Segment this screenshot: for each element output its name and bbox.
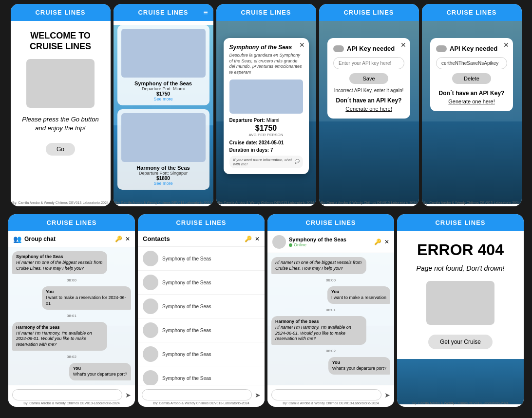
phone-cruise-list: CRUISE LINES ≡ Symphony of the Seas Depa… bbox=[114, 4, 213, 206]
contact-avatar-4 bbox=[143, 322, 158, 338]
card2-see-more[interactable]: See more bbox=[121, 181, 206, 186]
footer-credit: By: Camila Arrobo & Wendy Chilmos DEV013… bbox=[11, 201, 111, 204]
dc-key-icon[interactable]: 🔑 bbox=[374, 239, 381, 245]
chat-input-field[interactable] bbox=[12, 389, 122, 400]
user-text-1: I want to make a reservation for 2024-06… bbox=[46, 295, 127, 306]
modal-close-button[interactable]: ✕ bbox=[299, 41, 305, 49]
card2-title: Harmony of the Seas bbox=[121, 165, 206, 171]
api-no-key-text-2: Don´t have an API Key? bbox=[436, 90, 507, 97]
contact-item-5[interactable]: Symphony of the Seas bbox=[138, 342, 265, 366]
contacts-send-icon[interactable]: ➤ bbox=[255, 391, 261, 399]
phone6-title: CRUISE LINES bbox=[46, 219, 96, 226]
dc-user-text-1: I want to make a reservation bbox=[331, 295, 386, 301]
contact-item-4[interactable]: Symphony of the Seas bbox=[138, 318, 265, 342]
close-chat-icon[interactable]: ✕ bbox=[125, 236, 130, 242]
contact-item-2[interactable]: Symphony of the Seas bbox=[138, 271, 265, 295]
modal-departure-value: Miami bbox=[266, 118, 280, 123]
status-dot bbox=[289, 243, 292, 247]
chat-hint-text: If you want more information, chat with … bbox=[233, 158, 292, 166]
group-chat-icon: 👥 bbox=[13, 235, 21, 243]
contacts-close-icon[interactable]: ✕ bbox=[255, 236, 260, 242]
footer-credit-5: By: Camila Arrobo & Wendy Chilmos DEV013… bbox=[422, 201, 522, 204]
phone2-header: CRUISE LINES ≡ bbox=[114, 4, 213, 21]
dc-user-label-1: You bbox=[331, 289, 386, 294]
api-key-modal: ✕ API Key needed Save Incorrect API Key,… bbox=[327, 38, 410, 119]
key-icon bbox=[333, 45, 344, 52]
get-cruise-button[interactable]: Get your Cruise bbox=[428, 335, 493, 349]
chat-header-left: 👥 Group chat bbox=[13, 235, 56, 243]
api-modal-close[interactable]: ✕ bbox=[400, 41, 406, 49]
welcome-screen: WELCOME TO CRUISE LINES Please press the… bbox=[11, 21, 111, 204]
phone3-bg: ✕ Symphony of the Seas Descubre la grand… bbox=[216, 21, 316, 204]
welcome-title: WELCOME TO CRUISE LINES bbox=[30, 31, 91, 52]
dc-bot-msg-2: Harmony of the Seas Hi name! I'm Harmony… bbox=[271, 316, 366, 345]
dc-status-text: Online bbox=[294, 242, 306, 247]
group-chat-wrapper: 👥 Group chat 🔑 ✕ Symphony of the Seas bbox=[8, 231, 135, 404]
phone5-title: CRUISE LINES bbox=[446, 9, 496, 16]
dc-send-icon[interactable]: ➤ bbox=[384, 391, 390, 399]
key-header-icon[interactable]: 🔑 bbox=[115, 236, 122, 242]
hamburger-icon[interactable]: ≡ bbox=[203, 8, 208, 17]
bot-name-2: Harmony of the Seas bbox=[16, 325, 103, 330]
contact-item-3[interactable]: Symphony of the Seas bbox=[138, 295, 265, 318]
cruise-date-label: Cruise date: bbox=[229, 140, 258, 145]
cruise-card-2[interactable]: Harmony of the Seas Departure Port: Sing… bbox=[117, 109, 209, 190]
phone-contacts: CRUISE LINES Contacts 🔑 ✕ bbox=[138, 214, 265, 407]
cruise-card-1[interactable]: Symphony of the Seas Departure Port: Mia… bbox=[117, 25, 209, 105]
api-generate-link[interactable]: Generate one here! bbox=[333, 106, 404, 112]
card1-see-more[interactable]: See more bbox=[121, 97, 206, 101]
phone-welcome: CRUISE LINES WELCOME TO CRUISE LINES Ple… bbox=[11, 4, 111, 206]
api-key-input-2[interactable] bbox=[436, 57, 507, 69]
welcome-message: Please press the Go button and enjoy the… bbox=[18, 115, 103, 133]
chat-hint-icon[interactable]: 💬 bbox=[294, 159, 299, 164]
go-button[interactable]: Go bbox=[46, 143, 75, 156]
phone9-content: ERROR 404 Page not found, Don't drown! G… bbox=[397, 231, 524, 404]
dc-input-field[interactable] bbox=[271, 389, 381, 400]
dc-close-icon[interactable]: ✕ bbox=[384, 239, 389, 245]
api-modal-title: API Key needed bbox=[347, 45, 395, 52]
chat-header-icons: 🔑 ✕ bbox=[115, 236, 130, 242]
dc-bot-text-2: Hi name! I'm Harmony. I'm available on 2… bbox=[275, 325, 362, 342]
bot-msg-1: Symphony of the Seas Hi name! I'm one of… bbox=[12, 251, 107, 274]
phone8-bg: Symphony of the Seas Online 🔑 ✕ bbox=[267, 231, 394, 404]
phone-group-chat: CRUISE LINES 👥 Group chat 🔑 bbox=[8, 214, 135, 407]
phone3-content: ✕ Symphony of the Seas Descubre la grand… bbox=[216, 21, 316, 204]
dc-name: Symphony of the Seas bbox=[289, 237, 346, 242]
error-screen: ERROR 404 Page not found, Don't drown! G… bbox=[397, 231, 524, 359]
welcome-image bbox=[26, 59, 95, 108]
footer-credit-4: By: Camila Arrobo & Wendy Chilmos DEV013… bbox=[319, 201, 419, 204]
contact-item-1[interactable]: Symphony of the Seas bbox=[138, 247, 265, 271]
footer-credit-3: By: Camila Arrobo & Wendy Chilmos DEV013… bbox=[216, 201, 316, 204]
bot-text-1: Hi name! I'm one of the biggest vessels … bbox=[16, 260, 103, 271]
card2-image bbox=[121, 113, 206, 162]
top-row: CRUISE LINES WELCOME TO CRUISE LINES Ple… bbox=[0, 0, 532, 210]
api-generate-link-2[interactable]: Generate one here! bbox=[436, 99, 507, 104]
card1-image bbox=[121, 29, 206, 78]
contact-item-6[interactable]: Symphony of the Seas bbox=[138, 366, 265, 385]
api-modal2-close[interactable]: ✕ bbox=[503, 41, 509, 49]
contacts-input-field[interactable] bbox=[142, 389, 252, 400]
dc-bot-msg-1: Hi name! I'm one of the biggest vessels … bbox=[271, 257, 366, 274]
cruise-date-value: 2024-05-01 bbox=[259, 140, 284, 145]
api-modal2-overlay: ✕ API Key needed Delete Don´t have an AP… bbox=[422, 21, 522, 204]
card1-price: $1750 bbox=[121, 91, 206, 97]
modal-cruise-title: Symphony of the Seas bbox=[229, 44, 303, 51]
contacts-screen: Contacts 🔑 ✕ Symphony of the Seas bbox=[138, 231, 265, 404]
api-delete-button[interactable]: Delete bbox=[452, 73, 491, 84]
phone6-content: 👥 Group chat 🔑 ✕ Symphony of the Seas bbox=[8, 231, 135, 404]
duration-label: Duration in days: bbox=[229, 147, 269, 153]
api-key-input[interactable] bbox=[333, 57, 404, 69]
phone7-bg: Contacts 🔑 ✕ Symphony of the Seas bbox=[138, 231, 265, 404]
send-icon[interactable]: ➤ bbox=[125, 391, 131, 399]
contact-name-2: Symphony of the Seas bbox=[162, 280, 211, 285]
contacts-key-icon[interactable]: 🔑 bbox=[245, 236, 252, 242]
contacts-header: Contacts 🔑 ✕ bbox=[138, 231, 265, 247]
direct-chat-messages: Hi name! I'm one of the biggest vessels … bbox=[267, 253, 394, 385]
contact-avatar-2 bbox=[143, 275, 158, 290]
phone4-bg: ✕ API Key needed Save Incorrect API Key,… bbox=[319, 21, 419, 204]
footer-credit-9: By: Camila Arrobo & Wendy Chilmos DEV013… bbox=[397, 401, 524, 405]
dc-time-1: 08:00 bbox=[271, 278, 390, 282]
api-save-button[interactable]: Save bbox=[349, 73, 388, 84]
user-label-1: You bbox=[46, 289, 127, 294]
group-chat-messages: Symphony of the Seas Hi name! I'm one of… bbox=[8, 247, 135, 385]
